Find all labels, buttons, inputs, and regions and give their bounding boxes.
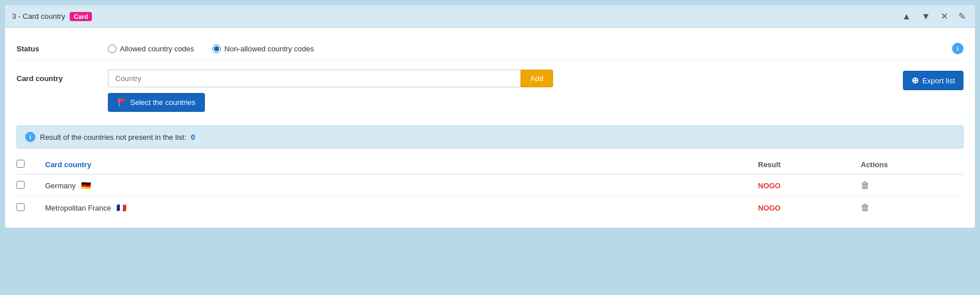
card-body: Status Allowed country codes Non-allowed… [5,28,975,228]
add-button[interactable]: Add [521,70,553,87]
radio-allowed[interactable]: Allowed country codes [108,45,194,53]
select-countries-flag-icon: 🚩 [118,98,127,107]
row1-delete-button[interactable]: 🗑 [861,180,870,191]
status-label: Status [17,45,108,53]
card-header-left: 3 - Card country Card [12,12,92,21]
row1-flag: 🇩🇪 [81,181,91,190]
info-bar: i Result of the countries not present in… [17,126,963,148]
card-country-label: Card country [17,70,108,83]
card-title: 3 - Card country [12,12,65,21]
info-bar-icon: i [25,132,35,142]
status-info-icon[interactable]: i [952,43,963,54]
status-row: Status Allowed country codes Non-allowed… [17,37,963,60]
row1-country-name: Germany [45,181,75,190]
close-button[interactable]: ✕ [938,10,950,23]
card-header-right: ▲ ▼ ✕ ✎ [900,10,968,23]
row1-result: NOGO [758,181,861,190]
country-input[interactable] [108,70,521,87]
select-countries-button[interactable]: 🚩 Select the countries [108,93,205,112]
row1-checkbox[interactable] [17,181,25,189]
row1-checkbox-cell[interactable] [17,181,45,191]
radio-non-allowed[interactable]: Non-allowed country codes [212,45,314,53]
col-actions-header: Actions [861,160,963,169]
table-section: Card country Result Actions Germany 🇩🇪 N… [17,155,963,219]
info-bar-text: Result of the countries not present in t… [40,133,187,142]
country-input-row: Add [108,70,892,87]
select-all-checkbox[interactable] [17,160,25,168]
header-checkbox-cell[interactable] [17,160,45,169]
select-countries-label: Select the countries [130,98,195,107]
card-container: 3 - Card country Card ▲ ▼ ✕ ✎ Status All… [5,5,975,228]
move-down-button[interactable]: ▼ [919,10,933,23]
row2-checkbox[interactable] [17,203,25,211]
country-input-wrapper: Add [108,70,553,87]
country-row-top: Card country Add 🚩 Select the countries [17,70,963,112]
radio-allowed-input[interactable] [108,45,116,53]
export-list-button[interactable]: ⊕ Export list [903,71,963,90]
export-plus-icon: ⊕ [912,75,919,86]
table-header: Card country Result Actions [17,155,963,175]
col-country-header: Card country [45,160,758,169]
radio-non-allowed-label: Non-allowed country codes [224,45,314,53]
card-header: 3 - Card country Card ▲ ▼ ✕ ✎ [5,5,975,28]
col-result-header: Result [758,160,861,169]
table-row: Metropolitan France 🇫🇷 NOGO 🗑 [17,197,963,219]
move-up-button[interactable]: ▲ [900,10,913,23]
row1-actions: 🗑 [861,180,963,191]
status-radio-group: Allowed country codes Non-allowed countr… [108,45,952,53]
row1-country: Germany 🇩🇪 [45,181,758,190]
row2-actions: 🗑 [861,203,963,213]
row2-delete-button[interactable]: 🗑 [861,203,870,213]
radio-non-allowed-input[interactable] [212,45,221,53]
radio-allowed-label: Allowed country codes [120,45,194,53]
row2-country-name: Metropolitan France [45,204,111,212]
edit-button[interactable]: ✎ [956,10,968,23]
table-row: Germany 🇩🇪 NOGO 🗑 [17,175,963,197]
row2-result: NOGO [758,204,861,212]
row2-flag: 🇫🇷 [116,203,126,212]
row2-checkbox-cell[interactable] [17,203,45,213]
card-badge: Card [70,12,92,21]
row2-country: Metropolitan France 🇫🇷 [45,203,758,212]
card-country-section: Card country Add 🚩 Select the countries [17,60,963,121]
info-bar-count: 0 [191,133,195,142]
export-list-label: Export list [922,76,955,85]
